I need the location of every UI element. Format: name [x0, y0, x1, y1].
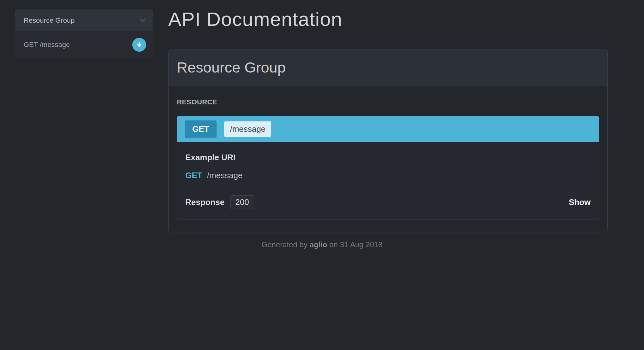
action-heading[interactable]: GET /message	[177, 116, 599, 142]
sidebar-item-get-message[interactable]: GET /message	[15, 31, 153, 58]
action-card: GET /message Example URI GET /message Re…	[177, 116, 599, 219]
sidebar-group-header[interactable]: Resource Group	[15, 9, 153, 31]
resource-group-title: Resource Group	[177, 58, 599, 77]
resource-group-header: Resource Group	[169, 50, 607, 85]
footer: Generated by aglio on 31 Aug 2018	[0, 240, 644, 249]
resource-heading: RESOURCE	[177, 98, 599, 106]
resource-group-panel: Resource Group RESOURCE GET /message Exa…	[168, 50, 608, 232]
resource-group-body: RESOURCE GET /message Example URI GET /m…	[169, 85, 607, 232]
footer-tool-name: aglio	[310, 240, 327, 249]
response-label: Response	[185, 197, 224, 207]
uri-pill: /message	[224, 121, 271, 137]
example-uri-label: Example URI	[185, 153, 591, 162]
show-response-toggle[interactable]: Show	[569, 197, 591, 207]
example-uri-method: GET	[185, 171, 202, 180]
action-body: Example URI GET /message Response 200 Sh…	[177, 142, 599, 219]
main-content: API Documentation Resource Group RESOURC…	[168, 0, 608, 232]
footer-suffix: on 31 Aug 2018	[329, 240, 382, 249]
expand-action-button[interactable]	[132, 38, 146, 52]
page-title: API Documentation	[168, 9, 608, 29]
example-uri: GET /message	[185, 171, 591, 180]
method-badge: GET	[185, 120, 217, 138]
response-row: Response 200 Show	[185, 195, 591, 209]
example-uri-path: /message	[207, 171, 243, 180]
sidebar: Resource Group GET /message	[15, 9, 153, 58]
footer-prefix: Generated by	[262, 240, 307, 249]
title-divider	[168, 40, 608, 40]
sidebar-group-label: Resource Group	[24, 16, 75, 25]
sidebar-item-label: GET /message	[24, 41, 70, 49]
chevron-down-icon	[140, 18, 146, 23]
response-code-badge: 200	[230, 195, 254, 209]
arrow-down-icon	[136, 41, 142, 49]
